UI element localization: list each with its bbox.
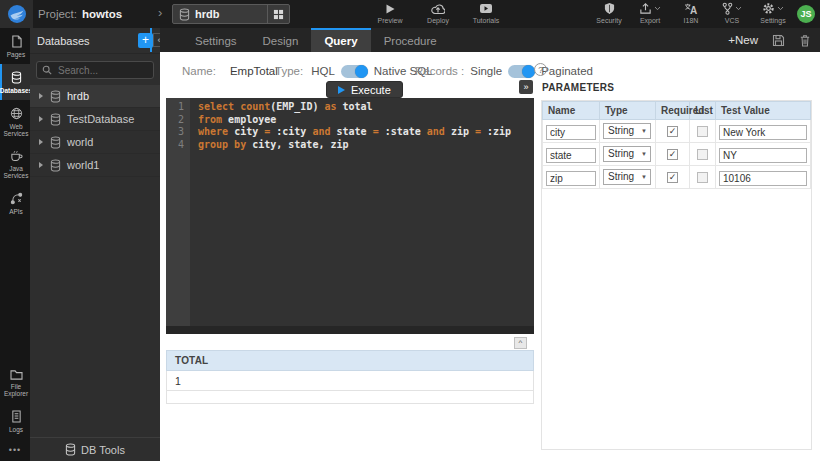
- database-search[interactable]: [36, 61, 154, 79]
- records-option-single[interactable]: Single: [470, 65, 502, 77]
- param-row-city: String▼✓: [543, 120, 811, 143]
- tab-settings[interactable]: Settings: [182, 28, 250, 52]
- tabs: SettingsDesignQueryProcedure: [182, 28, 450, 52]
- param-name-input[interactable]: [546, 171, 596, 186]
- param-name-input[interactable]: [546, 148, 596, 163]
- expand-caret-icon[interactable]: [38, 161, 44, 169]
- editor-scrollbar[interactable]: [166, 326, 534, 334]
- db-tree-item-world[interactable]: world: [30, 131, 160, 154]
- param-type-select[interactable]: String▼: [603, 169, 651, 185]
- vcs-button[interactable]: VCS: [717, 2, 747, 24]
- results-table: TOTAL1: [166, 350, 534, 404]
- action-label: I18N: [684, 17, 699, 24]
- results-header: TOTAL: [167, 351, 534, 371]
- name-value[interactable]: EmpTotal: [230, 65, 278, 77]
- param-test-value-input[interactable]: [719, 125, 807, 140]
- help-icon[interactable]: ?: [534, 63, 547, 76]
- expand-caret-icon[interactable]: [38, 115, 44, 123]
- expand-caret-icon[interactable]: [38, 138, 44, 146]
- sidebar-item-apis[interactable]: APIs: [0, 185, 30, 221]
- param-required-checkbox[interactable]: ✓: [667, 172, 678, 183]
- sidebar-item-pages[interactable]: Pages: [0, 28, 30, 64]
- param-list-checkbox[interactable]: [697, 172, 708, 183]
- code-line: select count(EMP_ID) as total: [198, 101, 534, 114]
- shield-icon: [604, 2, 615, 15]
- database-selector[interactable]: hrdb: [172, 4, 290, 24]
- sidebar-item-databases[interactable]: Databases: [0, 64, 30, 100]
- sidebar-item-web-services[interactable]: Web Services: [0, 100, 30, 143]
- settings-button[interactable]: Settings: [758, 2, 788, 24]
- sidebar-item-logs[interactable]: Logs: [0, 403, 30, 439]
- sidebar-item-java-services[interactable]: Java Services: [0, 143, 30, 185]
- security-button[interactable]: Security: [594, 2, 624, 24]
- query-records-group: Records : Single Paginated: [415, 64, 593, 78]
- db-name: TestDatabase: [67, 113, 134, 125]
- search-input[interactable]: [56, 64, 148, 77]
- code-line: where city = :city and state = :state an…: [198, 126, 534, 139]
- records-toggle[interactable]: [508, 65, 535, 78]
- new-query-button[interactable]: +New: [728, 34, 758, 46]
- db-tree-item-hrdb[interactable]: hrdb: [30, 85, 160, 108]
- tab-query[interactable]: Query: [311, 28, 370, 52]
- action-label: Export: [640, 17, 660, 24]
- tab-design[interactable]: Design: [250, 28, 312, 52]
- collapse-editor-button[interactable]: ^: [514, 337, 527, 349]
- sidebar-item-file-explorer[interactable]: File Explorer: [0, 362, 30, 403]
- param-name-input[interactable]: [546, 125, 596, 140]
- sidebar-overflow-button[interactable]: •••: [0, 439, 30, 461]
- wave-logo-icon: [7, 4, 27, 24]
- results-cell: 1: [167, 371, 534, 391]
- topbar-left-actions: PreviewDeployTutorials: [375, 2, 501, 24]
- param-type-select[interactable]: String▼: [603, 123, 651, 139]
- sql-editor[interactable]: 1234 select count(EMP_ID) as totalfrom e…: [166, 98, 534, 334]
- wavemaker-logo[interactable]: [0, 0, 33, 28]
- db-tools-button[interactable]: DB Tools: [30, 437, 160, 461]
- database-tree: hrdbTestDatabaseworldworld1: [30, 85, 160, 177]
- records-option-paginated[interactable]: Paginated: [541, 65, 593, 77]
- database-icon: [50, 159, 61, 172]
- execute-button[interactable]: Execute: [326, 81, 403, 98]
- tutorials-button[interactable]: Tutorials: [471, 2, 501, 24]
- preview-button[interactable]: Preview: [375, 2, 405, 24]
- topbar: Project: howtos › hrdb PreviewDeployTuto…: [0, 0, 820, 28]
- type-toggle[interactable]: [341, 65, 368, 78]
- i18n-button[interactable]: AI18N: [676, 2, 706, 24]
- parameters-table: NameTypeRequiredListTest ValueString▼✓St…: [542, 101, 811, 189]
- db-tree-item-world1[interactable]: world1: [30, 154, 160, 177]
- export-button[interactable]: Export: [635, 2, 665, 24]
- sidebar-item-label: File Explorer: [2, 383, 30, 397]
- save-icon[interactable]: [772, 34, 785, 47]
- tab-procedure[interactable]: Procedure: [371, 28, 450, 52]
- delete-icon[interactable]: [799, 34, 811, 47]
- editor-gutter: 1234: [166, 98, 190, 326]
- execute-label: Execute: [351, 84, 391, 96]
- translate-icon: A: [684, 3, 698, 15]
- expand-caret-icon[interactable]: [38, 92, 44, 100]
- editor-code[interactable]: select count(EMP_ID) as totalfrom employ…: [190, 98, 534, 326]
- param-required-checkbox[interactable]: ✓: [667, 149, 678, 160]
- param-required-checkbox[interactable]: ✓: [667, 126, 678, 137]
- param-type-select[interactable]: String▼: [603, 146, 651, 162]
- type-option-hql[interactable]: HQL: [311, 65, 335, 77]
- param-list-checkbox[interactable]: [697, 126, 708, 137]
- action-label: Security: [596, 17, 621, 24]
- databases-panel-title: Databases: [37, 35, 138, 47]
- tabbar: SettingsDesignQueryProcedure +New: [160, 28, 820, 52]
- user-avatar[interactable]: JS: [797, 5, 815, 23]
- code-line: group by city, state, zip: [198, 139, 534, 152]
- database-selector-value: hrdb: [195, 8, 267, 20]
- param-test-value-input[interactable]: [719, 171, 807, 186]
- deploy-button[interactable]: Deploy: [423, 2, 453, 24]
- select-arrow-icon: ▼: [641, 151, 647, 157]
- param-test-value-input[interactable]: [719, 148, 807, 163]
- svg-text:A: A: [690, 4, 697, 15]
- expand-parameters-button[interactable]: »: [519, 80, 533, 94]
- param-list-checkbox[interactable]: [697, 149, 708, 160]
- db-tree-item-TestDatabase[interactable]: TestDatabase: [30, 108, 160, 131]
- globe-icon: [10, 107, 23, 120]
- grid-menu-icon[interactable]: [267, 5, 289, 23]
- api-icon: [10, 192, 23, 205]
- database-icon: [50, 113, 61, 126]
- chevron-down-icon: [777, 6, 784, 11]
- db-tools-icon: [65, 443, 76, 456]
